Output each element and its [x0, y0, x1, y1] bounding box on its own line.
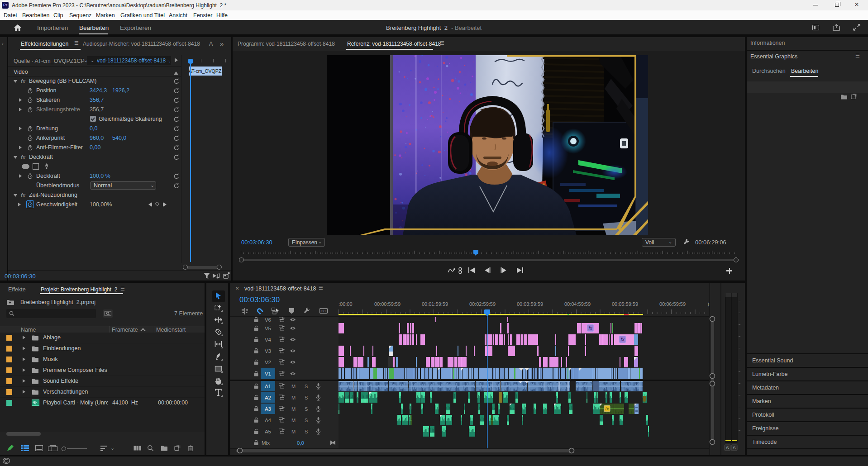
svg-text:A3: A3 [265, 406, 271, 412]
svg-text:M: M [291, 418, 296, 423]
svg-text:S: S [305, 418, 308, 423]
svg-text:00:01:59:59: 00:01:59:59 [422, 301, 448, 307]
svg-text:00:06:59:59: 00:06:59:59 [659, 301, 686, 307]
svg-text:S: S [305, 406, 308, 412]
svg-text:V5: V5 [265, 326, 271, 331]
svg-text:M: M [291, 406, 296, 412]
svg-text:A5: A5 [265, 429, 271, 434]
svg-text:00:03:59:59: 00:03:59:59 [517, 301, 543, 307]
svg-text:V6: V6 [265, 317, 271, 323]
svg-text:M: M [291, 429, 296, 434]
svg-text:00:00:59:59: 00:00:59:59 [374, 301, 401, 307]
svg-text:V3: V3 [265, 348, 271, 354]
svg-text:fx: fx [606, 406, 610, 411]
svg-text:S: S [305, 384, 308, 389]
svg-text:0,0: 0,0 [297, 440, 304, 446]
svg-text:Mix: Mix [262, 440, 270, 446]
svg-text:fx: fx [621, 337, 625, 342]
svg-text:fx: fx [589, 326, 593, 331]
svg-text:V2: V2 [265, 360, 271, 365]
svg-text:S: S [305, 429, 308, 434]
svg-text:A1: A1 [265, 384, 271, 389]
svg-text::00:00: :00:00 [339, 301, 353, 307]
svg-text:V4: V4 [265, 337, 272, 342]
svg-text:00:04:59:59: 00:04:59:59 [564, 301, 591, 307]
svg-text:A4: A4 [265, 418, 272, 423]
svg-text:S: S [305, 395, 308, 400]
svg-text:S: S [726, 446, 729, 450]
svg-text:00:02:59:59: 00:02:59:59 [469, 301, 496, 307]
svg-text:A2: A2 [265, 395, 271, 400]
svg-text:M: M [291, 395, 296, 400]
svg-text:V1: V1 [265, 371, 271, 376]
svg-text:M: M [291, 384, 296, 389]
svg-text:00:05:59:59: 00:05:59:59 [612, 301, 638, 307]
svg-text:S: S [733, 446, 735, 450]
